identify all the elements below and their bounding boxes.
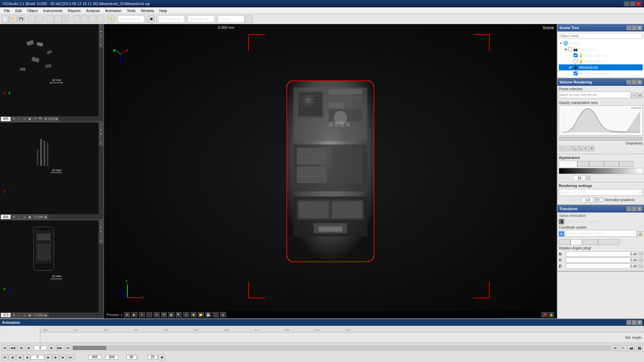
tr-close[interactable]: ✕: [637, 206, 642, 211]
tr-maximize[interactable]: □: [632, 206, 637, 211]
object-dropdown[interactable]: littleandro ▼: [188, 15, 215, 23]
vr-remove-btn[interactable]: -: [565, 146, 570, 151]
y-down[interactable]: ▼: [639, 260, 643, 262]
vr-close[interactable]: ✕: [637, 80, 642, 84]
preview-btn9[interactable]: ⊡: [183, 312, 189, 317]
viewport-front[interactable]: littleandroid grid coordinate system -2.…: [0, 220, 103, 318]
opacity-scrollbar[interactable]: [559, 137, 643, 141]
undo-button[interactable]: ↩: [28, 15, 35, 23]
menu-help[interactable]: Help: [157, 8, 170, 13]
x-down[interactable]: ▼: [639, 254, 643, 256]
dpi-input[interactable]: [126, 355, 137, 360]
open-button[interactable]: 📂: [9, 15, 17, 23]
anim-camera-btn[interactable]: 📷: [628, 345, 635, 351]
tr-tab-center[interactable]: Center: [582, 239, 598, 245]
preview-btn8[interactable]: 🔍: [176, 312, 182, 317]
center-panel[interactable]: X Y Z Scene 0.000 mm Preview: 1 ⊞ ▶ ⟲: [104, 24, 557, 318]
anim-tb-btn1[interactable]: ⏮: [1, 354, 8, 360]
preview-btn1[interactable]: ⊞: [124, 312, 130, 317]
anim-prev-btn[interactable]: ⏮: [1, 345, 8, 351]
close-button[interactable]: ✕: [636, 1, 641, 6]
tab-swap[interactable]: Swap: [619, 161, 634, 167]
coord-system-lock[interactable]: 🔒: [637, 231, 643, 237]
anim-rec-btn[interactable]: ⏺: [158, 354, 165, 360]
vp-right-fit[interactable]: ⊡: [99, 141, 103, 146]
vp-right-controls[interactable]: + ▲ ▼ - ⊡: [99, 122, 103, 220]
vp-front-bar-btn4[interactable]: ▣: [28, 313, 32, 317]
save-button[interactable]: 💾: [17, 15, 25, 23]
vp-right-zoom-in[interactable]: +: [99, 122, 103, 127]
anim-tb-fwd2[interactable]: ▶: [60, 354, 66, 360]
intensity-down[interactable]: ▼: [587, 178, 590, 180]
preview-btn4[interactable]: ↔: [146, 312, 152, 317]
select-button[interactable]: ↖: [73, 15, 80, 23]
timeline-track[interactable]: [40, 333, 644, 343]
scene-expand-arrow[interactable]: ▼: [559, 41, 563, 45]
viewport-top[interactable]: littleandroid grid coordinate system 0.1…: [0, 24, 103, 122]
anim-tb-fwd1[interactable]: ▶: [52, 354, 59, 360]
vp-front-zoom-in[interactable]: +: [99, 220, 103, 225]
cut-button[interactable]: ✂: [46, 15, 54, 23]
anim-tb-btn2[interactable]: ◀: [9, 354, 15, 360]
tr-tab-resolution[interactable]: Resolution: [598, 239, 620, 245]
vp-right-bar-btn3[interactable]: ||: [22, 215, 27, 219]
opacity-area[interactable]: Interval: [559, 105, 643, 135]
oversampling-input[interactable]: [582, 197, 593, 202]
anim-close[interactable]: ✕: [637, 320, 642, 325]
tree-item-camera1[interactable]: ▶ 📷 Camera 1: [559, 46, 643, 52]
vp-right-bar-btn5[interactable]: ⟲: [33, 215, 38, 219]
anim-tb-play[interactable]: ▶: [45, 354, 52, 360]
tree-item-littleandroid[interactable]: ▼ 📱 littleandroid: [559, 64, 643, 70]
anim-back-btn[interactable]: ◀◀: [9, 345, 16, 351]
camera-expand-arrow[interactable]: ▶: [564, 47, 568, 51]
x-up[interactable]: ▲: [639, 252, 643, 254]
preview-btn13[interactable]: ⬛: [213, 312, 219, 317]
preset-add-btn[interactable]: +: [631, 93, 637, 98]
y-up[interactable]: ▲: [639, 258, 643, 260]
menu-window[interactable]: Window: [138, 8, 157, 13]
vp-right-scroll-dn[interactable]: ▼: [99, 132, 103, 136]
y-spinner[interactable]: ▲ ▼: [639, 258, 643, 262]
vr-pin[interactable]: ─: [627, 80, 631, 84]
vp-right-bar-btn2[interactable]: |: [17, 215, 21, 219]
vp-front-scroll-up[interactable]: ▲: [99, 225, 103, 230]
preview-btn2[interactable]: ▶: [131, 312, 138, 317]
vp-top-bar-btn1[interactable]: ⚙: [11, 117, 16, 121]
anim-timeline[interactable]: 0.0 0.1 0.2 0.3 0.4 0.5 0.6 0.7 0.8 0.9 …: [40, 326, 644, 343]
menu-reports[interactable]: Reports: [65, 8, 84, 13]
anim-tb-btn4[interactable]: ◀: [23, 354, 30, 360]
vp-top-dir[interactable]: ▶: [54, 117, 59, 121]
intensity-up[interactable]: ▲: [587, 176, 590, 178]
anim-scroll-thumb[interactable]: [73, 346, 106, 350]
vr-maximize[interactable]: □: [632, 80, 637, 84]
object-name-search[interactable]: [559, 33, 643, 39]
tr-tab-rot[interactable]: Rot: [571, 239, 582, 245]
vr-reset-btn[interactable]: ↺: [583, 146, 588, 151]
tree-item-light2[interactable]: 💡 Light source 2: [559, 58, 643, 64]
tr-tab-pos[interactable]: Pos: [559, 239, 571, 245]
anim-tb-fwd3[interactable]: ⏭: [67, 354, 74, 360]
vp-right-bar-btn1[interactable]: ⚙: [11, 215, 16, 219]
preview-btn11[interactable]: 📁: [198, 312, 204, 317]
light2-checkbox[interactable]: [574, 59, 578, 63]
vp-right-bar-btn4[interactable]: ▣: [28, 215, 32, 219]
vp-top-fit[interactable]: ⊡: [99, 43, 103, 48]
paste-button[interactable]: 📋: [62, 15, 70, 23]
anim-loop-btn[interactable]: ⟳: [620, 345, 627, 351]
vp-top-scroll-up[interactable]: ▲: [99, 29, 103, 34]
copy-button[interactable]: ⧉: [54, 15, 62, 23]
obj-checkbox[interactable]: [568, 65, 572, 69]
vp-front-bar-btn5[interactable]: ⟲: [33, 313, 38, 317]
fps-input[interactable]: [148, 355, 158, 360]
vp-top-zoom-in[interactable]: +: [99, 24, 103, 29]
size-x-input[interactable]: [88, 355, 102, 360]
scale-button[interactable]: ⤢: [97, 15, 104, 23]
vp-top-zoom-out[interactable]: -: [99, 38, 103, 43]
preview-btn7[interactable]: ▣: [168, 312, 174, 317]
vp-right-input[interactable]: [1, 215, 11, 219]
anim-play-btn[interactable]: ▶: [48, 345, 55, 351]
menu-file[interactable]: File: [1, 8, 13, 13]
light1-checkbox[interactable]: [574, 53, 578, 57]
coord-system-dropdown[interactable]: Scene coordinate system ▼: [565, 230, 637, 237]
size-y-input[interactable]: [105, 355, 118, 360]
